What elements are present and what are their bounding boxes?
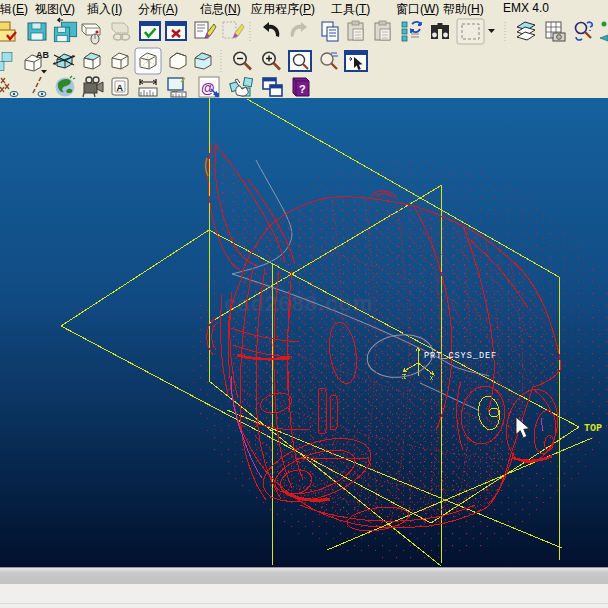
svg-text:?: ?	[299, 83, 306, 95]
svg-text:A: A	[117, 83, 124, 93]
svg-text:@: @	[201, 80, 215, 96]
svg-text:PRT_CSYS_DEF: PRT_CSYS_DEF	[424, 351, 497, 361]
svg-text:AB: AB	[36, 50, 49, 60]
svg-text:TOP: TOP	[584, 423, 602, 434]
